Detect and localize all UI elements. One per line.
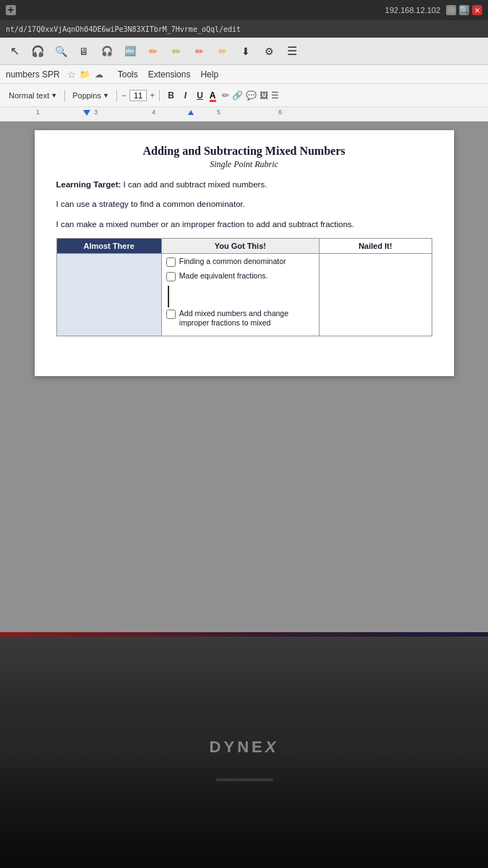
highlight4-icon[interactable]: ✏ [213, 41, 233, 61]
url-bar: nt/d/17Q0xxVjAqnOh04DE6wiPe3N83XITbrM_7H… [0, 20, 488, 38]
comment-icon[interactable]: 💬 [246, 90, 257, 101]
plus-icon[interactable]: + [150, 90, 155, 101]
divider2 [116, 90, 117, 101]
criteria-checkbox-1[interactable] [166, 258, 176, 267]
highlight2-icon[interactable]: ✏ [166, 41, 187, 61]
learning-target-label: Learning Target: [56, 180, 121, 189]
menu-extensions[interactable]: Extensions [144, 68, 195, 81]
search-icon[interactable]: 🔍 [459, 5, 469, 15]
underline-button[interactable]: U [193, 89, 207, 102]
translate-icon[interactable]: 🔤 [120, 41, 140, 61]
dark-overlay [0, 752, 488, 868]
toolbar: ↖ 🎧 🔍 🖥 🎧 🔤 ✏ ✏ ✏ ✏ ⬇ ⚙ ☰ [0, 38, 488, 65]
ruler-mark-4: 4 [152, 109, 155, 116]
headset-icon[interactable]: 🎧 [27, 41, 48, 61]
cursor-icon[interactable]: ↖ [4, 41, 25, 61]
url-text: nt/d/17Q0xxVjAqnOh04DE6wiPe3N83XITbrM_7H… [6, 25, 241, 33]
font-selector[interactable]: Poppins ▼ [69, 90, 112, 101]
criteria-item-1: Finding a common denominator [166, 257, 314, 267]
style-dropdown-icon: ▼ [51, 92, 57, 99]
top-bar: + 192.168.12.102 ⚙ 🔍 ✕ [0, 0, 488, 20]
rubric-header: Almost There You Got This! Nailed It! [56, 238, 432, 253]
ruler-marker2[interactable] [188, 110, 194, 115]
bold-button[interactable]: B [164, 89, 178, 102]
browser-icon: + [6, 5, 16, 15]
doc-title-menu: numbers SPR [6, 69, 60, 80]
header-almost: Almost There [56, 238, 161, 253]
font-label: Poppins [72, 91, 101, 100]
font-size-box[interactable]: 11 [129, 90, 147, 101]
criteria-label-1: Finding a common denominator [179, 257, 286, 267]
criteria-item-3: Add mixed numbers and change improper fr… [166, 309, 314, 328]
header-nailed: Nailed It! [319, 238, 432, 253]
menu-icon[interactable]: ☰ [282, 41, 302, 61]
ruler-marker[interactable] [83, 110, 90, 116]
header-yougot: You Got This! [161, 238, 319, 253]
text-color-button[interactable]: A [210, 90, 216, 101]
menu-tools[interactable]: Tools [114, 68, 142, 81]
almost-cell [56, 253, 161, 336]
text-style-selector[interactable]: Normal text ▼ [6, 90, 60, 101]
cursor-line [168, 286, 169, 307]
learning-line2: I can use a strategy to find a common de… [56, 198, 432, 210]
italic-button[interactable]: I [181, 89, 190, 102]
rubric-table: Almost There You Got This! Nailed It! Fi… [56, 238, 432, 336]
headphone-icon[interactable]: 🎧 [97, 41, 117, 61]
criteria-item-2: Made equivalent fractions. [166, 271, 314, 281]
download-icon[interactable]: ⬇ [236, 41, 256, 61]
screen: + 192.168.12.102 ⚙ 🔍 ✕ nt/d/17Q0xxVjAqnO… [0, 0, 488, 637]
learning-target-line1: Learning Target: I can add and subtract … [56, 179, 432, 191]
cloud-icon[interactable]: ☁ [95, 69, 103, 80]
settings-icon[interactable]: ⚙ [446, 5, 456, 15]
menu-help[interactable]: Help [196, 68, 223, 81]
link-icon[interactable]: 🔗 [232, 90, 243, 101]
criteria-checkbox-3[interactable] [166, 310, 176, 319]
image-icon[interactable]: 🖼 [260, 90, 268, 101]
align-icon[interactable]: ☰ [271, 90, 279, 101]
monitor-bezel: + 192.168.12.102 ⚙ 🔍 ✕ nt/d/17Q0xxVjAqnO… [0, 0, 488, 868]
doc-subtitle: Single Point Rubric [56, 159, 432, 170]
close-icon[interactable]: ✕ [472, 5, 482, 15]
star-icon[interactable]: ☆ [67, 69, 77, 80]
ruler-mark-5: 5 [217, 109, 221, 116]
ruler: 1 3 4 5 6 [0, 107, 488, 122]
highlight3-icon[interactable]: ✏ [189, 41, 210, 61]
divider1 [64, 90, 65, 101]
nailed-cell [319, 253, 432, 336]
monitor-icon[interactable]: 🖥 [74, 41, 94, 61]
criteria-label-3: Add mixed numbers and change improper fr… [179, 309, 314, 328]
format-bar: Normal text ▼ Poppins ▼ − 11 + B I U A ✏… [0, 84, 488, 107]
text-style-label: Normal text [9, 91, 49, 100]
folder-icon[interactable]: 📁 [80, 69, 90, 80]
divider3 [159, 90, 160, 101]
criteria-checkbox-2[interactable] [166, 272, 176, 281]
ruler-mark-3: 3 [94, 109, 98, 116]
learning-line3: I can make a mixed number or an improper… [56, 218, 432, 231]
ip-address: 192.168.12.102 [385, 6, 440, 14]
minus-icon[interactable]: − [121, 90, 127, 101]
search-doc-icon[interactable]: 🔍 [51, 41, 71, 61]
menu-bar: numbers SPR ☆ 📁 ☁ Tools Extensions Help [0, 65, 488, 84]
criteria-label-2: Made equivalent fractions. [179, 271, 268, 281]
doc-page: Adding and Subtracting Mixed Numbers Sin… [35, 130, 454, 376]
font-dropdown-icon: ▼ [103, 92, 109, 99]
learning-target-text: I can add and subtract mixed numbers. [121, 180, 267, 189]
pencil-icon[interactable]: ✏ [222, 90, 229, 101]
settings2-icon[interactable]: ⚙ [259, 41, 279, 61]
ruler-mark-6: 6 [278, 109, 282, 116]
yougot-cell: Finding a common denominator Made equiva… [161, 253, 319, 336]
rubric-body: Finding a common denominator Made equiva… [56, 253, 432, 336]
doc-main-title: Adding and Subtracting Mixed Numbers [56, 145, 432, 158]
highlight1-icon[interactable]: ✏ [143, 41, 163, 61]
ruler-mark-1: 1 [36, 109, 40, 116]
doc-area: Adding and Subtracting Mixed Numbers Sin… [0, 122, 488, 637]
monitor-bottom: DYNEX [0, 637, 488, 868]
